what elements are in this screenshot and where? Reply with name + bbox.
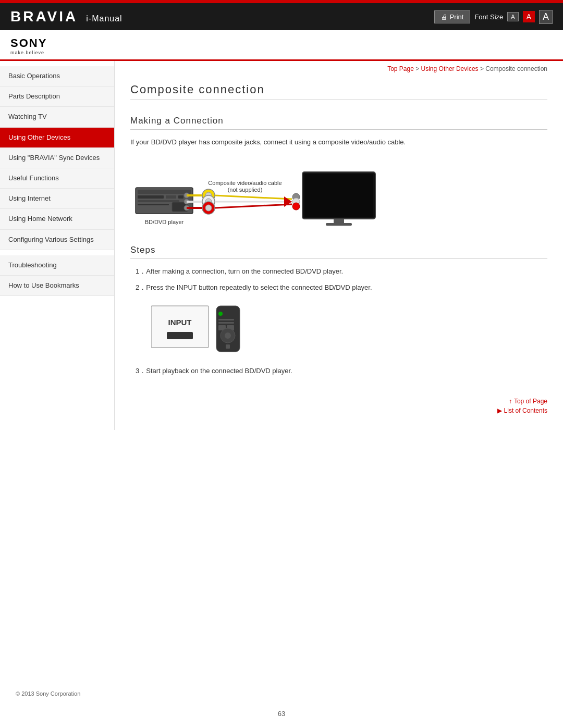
svg-rect-46 <box>226 344 230 349</box>
sidebar-item-using-home-network[interactable]: Using Home Network <box>0 209 114 229</box>
svg-rect-41 <box>218 322 234 324</box>
svg-text:Composite video/audio cable: Composite video/audio cable <box>208 180 282 186</box>
steps-title: Steps <box>130 240 547 259</box>
breadcrumb-sep2: > <box>480 65 485 72</box>
step-2: 2．Press the INPUT button repeatedly to s… <box>130 282 547 293</box>
font-medium-button[interactable]: A <box>523 11 535 22</box>
svg-text:BD/DVD player: BD/DVD player <box>145 219 184 225</box>
right-arrow-icon: ▶ <box>497 407 502 414</box>
sony-logo-area: SONY make.believe <box>0 30 563 61</box>
input-diagram: INPUT <box>151 303 547 355</box>
header-bar: BRAVIA i-Manual 🖨 Print Font Size A A A <box>0 3 563 30</box>
sidebar-item-watching-tv[interactable]: Watching TV <box>0 107 114 127</box>
content-area: Top Page > Using Other Devices > Composi… <box>115 61 563 430</box>
main-layout: Basic Operations Parts Description Watch… <box>0 61 563 430</box>
svg-line-21 <box>215 195 292 199</box>
sidebar-divider <box>0 250 114 255</box>
svg-text:(not supplied): (not supplied) <box>228 187 263 193</box>
svg-point-19 <box>205 205 212 211</box>
sidebar-item-troubleshooting[interactable]: Troubleshooting <box>0 255 114 276</box>
sidebar-item-useful-functions[interactable]: Useful Functions <box>0 168 114 189</box>
svg-rect-31 <box>326 223 352 226</box>
svg-marker-24 <box>284 196 292 207</box>
svg-rect-29 <box>304 174 373 217</box>
sidebar-item-using-other-devices[interactable]: Using Other Devices <box>0 128 114 148</box>
breadcrumb-using-other-devices[interactable]: Using Other Devices <box>421 65 479 72</box>
header-controls: 🖨 Print Font Size A A A <box>434 10 553 24</box>
svg-rect-3 <box>166 195 176 199</box>
step-1: 1．After making a connection, turn on the… <box>130 266 547 277</box>
breadcrumb-sep1: > <box>415 65 421 72</box>
list-of-contents-link[interactable]: ▶ List of Contents <box>497 407 547 414</box>
sidebar-item-parts-description[interactable]: Parts Description <box>0 87 114 107</box>
page-title: Composite connection <box>130 77 547 100</box>
step-3: 3．Start playback on the connected BD/DVD… <box>130 366 547 377</box>
svg-rect-30 <box>334 219 344 223</box>
section1-title: Making a Connection <box>130 110 547 130</box>
bravia-text: BRAVIA <box>10 8 78 25</box>
svg-point-27 <box>292 203 300 210</box>
sidebar-item-bookmarks[interactable]: How to Use Bookmarks <box>0 276 114 296</box>
svg-rect-2 <box>138 195 164 199</box>
print-label: Print <box>450 13 464 21</box>
connection-diagram-svg: BD/DVD player <box>130 156 381 229</box>
input-diagram-svg: INPUT <box>151 303 255 355</box>
footer-links: ↑ Top of Page ▶ List of Contents <box>130 398 547 414</box>
svg-rect-35 <box>151 306 209 348</box>
svg-rect-37 <box>167 332 193 339</box>
sidebar-item-configuring-settings[interactable]: Configuring Various Settings <box>0 230 114 250</box>
up-arrow-icon: ↑ <box>509 398 512 405</box>
bravia-logo-area: BRAVIA i-Manual <box>10 8 123 25</box>
sony-tagline: make.believe <box>10 50 553 55</box>
font-size-label: Font Size <box>474 13 503 21</box>
svg-rect-1 <box>138 190 191 194</box>
top-of-page-link[interactable]: ↑ Top of Page <box>509 398 547 405</box>
list-of-contents-label: List of Contents <box>504 407 547 414</box>
sidebar: Basic Operations Parts Description Watch… <box>0 61 115 430</box>
print-icon: 🖨 <box>441 13 448 21</box>
breadcrumb-top-page[interactable]: Top Page <box>387 65 414 72</box>
sidebar-item-basic-operations[interactable]: Basic Operations <box>0 66 114 87</box>
page-number: 63 <box>0 710 563 718</box>
sidebar-item-using-internet[interactable]: Using Internet <box>0 189 114 209</box>
description-text: If your BD/DVD player has composite jack… <box>130 137 547 148</box>
font-small-button[interactable]: A <box>507 12 518 21</box>
svg-line-23 <box>215 204 292 208</box>
svg-rect-6 <box>138 204 169 205</box>
svg-text:TV: TV <box>335 228 343 229</box>
font-large-button[interactable]: A <box>539 10 553 24</box>
svg-text:INPUT: INPUT <box>168 318 192 327</box>
sidebar-item-bravia-sync[interactable]: Using "BRAVIA" Sync Devices <box>0 148 114 168</box>
top-of-page-label: Top of Page <box>514 398 547 405</box>
imanual-text: i-Manual <box>86 14 122 23</box>
composite-diagram: BD/DVD player <box>130 156 547 229</box>
sony-logo: SONY <box>10 36 553 50</box>
print-button[interactable]: 🖨 Print <box>434 10 471 23</box>
copyright-text: © 2013 Sony Corporation <box>16 690 80 697</box>
page-footer: © 2013 Sony Corporation <box>0 690 563 697</box>
svg-rect-5 <box>138 200 179 202</box>
svg-point-39 <box>218 312 223 316</box>
svg-point-45 <box>225 332 231 339</box>
steps-section: 1．After making a connection, turn on the… <box>130 266 547 377</box>
svg-rect-4 <box>178 195 183 199</box>
svg-rect-40 <box>218 319 234 320</box>
breadcrumb-current: Composite connection <box>485 65 547 72</box>
breadcrumb: Top Page > Using Other Devices > Composi… <box>130 61 547 77</box>
